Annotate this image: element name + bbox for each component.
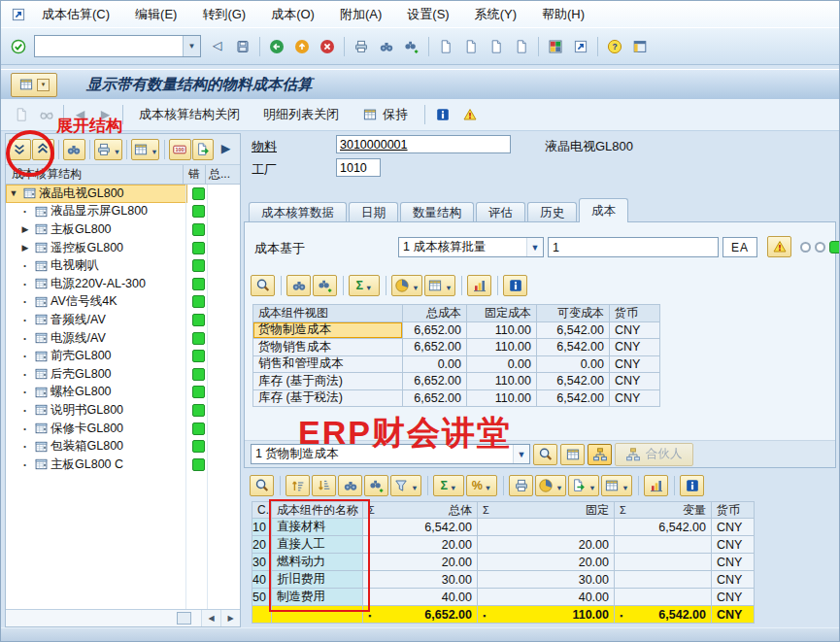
print-icon[interactable] — [509, 475, 533, 496]
sort-ascending-icon[interactable] — [286, 475, 310, 496]
chart-icon[interactable] — [467, 275, 491, 296]
back-icon[interactable] — [264, 34, 288, 58]
find-icon[interactable] — [338, 475, 362, 496]
find-next-icon[interactable] — [313, 275, 337, 296]
menu-item[interactable]: 帮助(H) — [529, 6, 597, 23]
tree-item[interactable]: ·电视喇叭 — [6, 256, 240, 275]
table-row[interactable]: 50制造费用40.0040.00CNY — [252, 589, 755, 606]
tree-item[interactable]: ·保修卡GL800 — [6, 420, 240, 438]
last-page-icon[interactable] — [509, 34, 533, 58]
tree-item[interactable]: ▶遥控板GL800 — [6, 239, 240, 257]
messages-log-icon[interactable] — [767, 236, 791, 257]
menu-item[interactable]: 编辑(E) — [122, 6, 189, 23]
sum-icon[interactable]: Σ▼ — [433, 475, 464, 496]
cost-base-select[interactable]: 1 成本核算批量 ▼ — [398, 237, 544, 257]
next-page-icon[interactable] — [484, 34, 508, 58]
tree-expander-icon[interactable]: ▶ — [18, 224, 32, 234]
plant-input[interactable] — [336, 158, 381, 177]
lot-size-field[interactable]: 1 — [548, 237, 719, 257]
tree-expander-icon[interactable]: ▶ — [18, 243, 32, 253]
command-field[interactable] — [35, 36, 183, 56]
menu-item[interactable]: 附加(A) — [327, 6, 394, 23]
hide-command-field-icon[interactable]: ◁ — [205, 34, 229, 58]
toolbar-overflow-icon[interactable]: ▶ — [215, 137, 237, 161]
customize-layout-icon[interactable] — [627, 34, 652, 58]
tree-item[interactable]: ·电源220V-AL-300 — [6, 275, 240, 293]
menu-item[interactable]: 转到(G) — [189, 6, 258, 23]
tree-item[interactable]: ·前壳GL800 — [6, 347, 240, 365]
tree-item[interactable]: ·说明书GL800 — [6, 401, 240, 420]
expand-all-icon[interactable] — [9, 139, 31, 160]
tab-1[interactable]: 成本核算数据 — [249, 202, 347, 222]
find-next-icon[interactable] — [399, 34, 423, 58]
detail-list-toggle-button[interactable]: 明细列表关闭 — [252, 103, 350, 126]
tree-item[interactable]: ▼液晶电视GL800 — [6, 185, 240, 203]
material-input[interactable] — [336, 135, 511, 153]
table-row[interactable]: 库存 (基于税法)6,652.00110.006,542.00CNY — [253, 390, 660, 408]
detail-icon[interactable] — [250, 475, 274, 496]
create-shortcut-icon[interactable] — [568, 34, 592, 58]
detail-icon[interactable] — [533, 444, 557, 465]
table-row[interactable]: 货物销售成本6,652.00110.006,542.00CNY — [253, 339, 660, 356]
tab-4[interactable]: 评估 — [476, 202, 525, 222]
window-menu-icon[interactable] — [8, 6, 29, 23]
tree-item[interactable]: ·包装箱GL800 — [6, 437, 240, 456]
tree-expander-icon[interactable]: ▼ — [7, 188, 20, 198]
table-row[interactable]: 30燃料动力20.0020.00CNY — [252, 554, 755, 571]
table-row[interactable]: 20直接人工20.0020.00CNY — [252, 536, 755, 554]
tree-item[interactable]: ·电源线/AV — [6, 329, 240, 348]
info-icon[interactable] — [680, 475, 704, 496]
new-session-icon[interactable] — [543, 34, 567, 58]
chart-icon[interactable] — [644, 475, 668, 496]
alarm-messages-icon[interactable] — [457, 103, 482, 127]
print-icon[interactable] — [349, 34, 373, 58]
tree-item[interactable]: ·后壳GL800 — [6, 365, 240, 384]
cancel-icon[interactable] — [315, 34, 339, 58]
detail-icon[interactable] — [251, 275, 275, 296]
menu-item[interactable]: 系统(Y) — [462, 6, 529, 23]
unit-field[interactable]: EA — [722, 237, 757, 257]
info-icon[interactable] — [503, 275, 527, 296]
find-icon[interactable] — [374, 34, 398, 58]
first-page-icon[interactable] — [433, 34, 457, 58]
tree-item[interactable]: ·螺栓GL800 — [6, 384, 240, 402]
scroll-right-icon[interactable]: ▶ — [220, 610, 240, 626]
menu-item[interactable]: 设置(S) — [394, 6, 461, 23]
info-icon[interactable] — [430, 103, 454, 127]
export-icon[interactable]: ▼ — [568, 475, 599, 496]
scrollbar-thumb[interactable] — [177, 612, 191, 625]
save-icon[interactable] — [230, 34, 254, 58]
help-icon[interactable] — [602, 34, 626, 58]
tab-3[interactable]: 数量结构 — [400, 202, 474, 222]
subtotal-icon[interactable]: %▼ — [466, 475, 497, 496]
table-row[interactable]: 40折旧费用30.0030.00CNY — [252, 571, 755, 589]
hierarchy-icon[interactable] — [588, 444, 612, 465]
layout-icon[interactable]: ▼ — [601, 475, 632, 496]
tab-6[interactable]: 成本 — [579, 198, 628, 222]
find-icon[interactable] — [286, 275, 311, 296]
sort-descending-icon[interactable] — [312, 475, 336, 496]
costing-structure-toggle-button[interactable]: 成本核算结构关闭 — [128, 103, 251, 126]
scrollbar-track[interactable] — [6, 610, 201, 626]
command-history-icon[interactable]: ▼ — [183, 36, 200, 56]
enter-icon[interactable] — [6, 34, 30, 58]
exit-icon[interactable] — [289, 34, 314, 58]
menu-item[interactable]: 成本(O) — [258, 6, 327, 23]
collapse-all-icon[interactable] — [32, 139, 54, 160]
scroll-left-icon[interactable]: ◀ — [201, 610, 220, 626]
tab-5[interactable]: 历史 — [527, 202, 577, 222]
graphic-pie-icon[interactable]: ▼ — [535, 475, 566, 496]
print-icon[interactable]: ▼ — [94, 139, 122, 160]
tab-2[interactable]: 日期 — [349, 202, 398, 222]
find-next-icon[interactable] — [364, 475, 388, 496]
layout-icon[interactable] — [560, 444, 585, 465]
table-row[interactable]: 销售和管理成本0.000.000.00CNY — [253, 356, 660, 374]
layout-icon[interactable]: ▼ — [131, 139, 159, 160]
table-row[interactable]: 货物制造成本6,652.00110.006,542.00CNY — [253, 322, 660, 340]
sum-icon[interactable]: Σ▼ — [349, 275, 380, 296]
menu-item[interactable]: 成本估算(C) — [29, 6, 122, 23]
find-icon[interactable] — [63, 139, 85, 160]
previous-page-icon[interactable] — [458, 34, 483, 58]
graphic-pie-icon[interactable]: ▼ — [391, 275, 422, 296]
table-row[interactable]: 库存 (基于商法)6,652.00110.006,542.00CNY — [253, 373, 660, 390]
